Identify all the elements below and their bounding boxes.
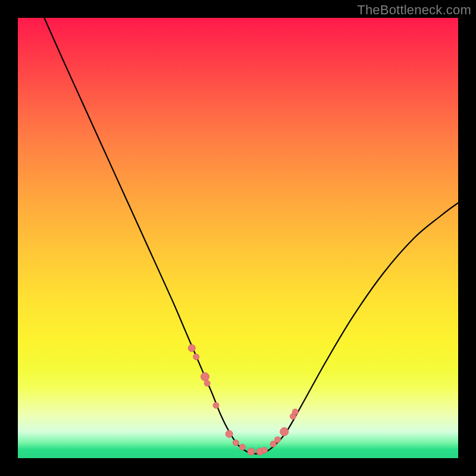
marker-dot: [280, 428, 289, 436]
marker-dot: [188, 345, 195, 352]
marker-dot: [201, 372, 209, 381]
figure-frame: TheBottleneck.com: [0, 0, 476, 476]
marker-dot: [248, 448, 255, 455]
marker-dot: [292, 409, 298, 415]
marker-dot: [226, 430, 233, 437]
marker-dot: [239, 444, 245, 450]
watermark-text: TheBottleneck.com: [357, 2, 471, 18]
marker-dot: [213, 402, 219, 408]
marker-dot: [261, 447, 267, 453]
marker-dot: [204, 380, 210, 386]
plot-area: [18, 18, 458, 458]
bottleneck-curve: [44, 18, 458, 454]
marker-dot: [193, 354, 199, 360]
marker-dot: [233, 440, 239, 446]
marker-dot: [275, 437, 281, 443]
curve-svg: [18, 18, 458, 458]
marker-dot: [270, 441, 276, 447]
